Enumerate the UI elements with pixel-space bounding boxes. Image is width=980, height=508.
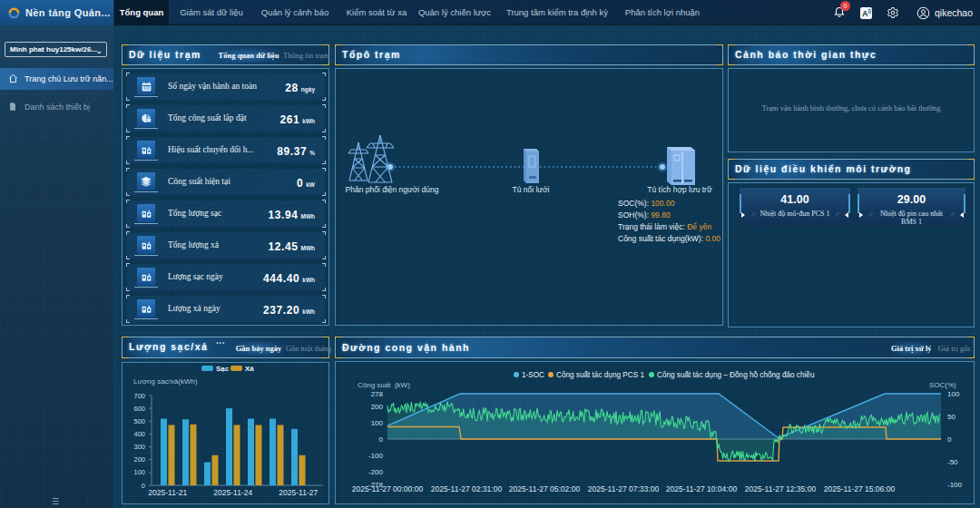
svg-text:200: 200 xyxy=(133,455,145,464)
svg-text:Công suất tác dụng PCS 1: Công suất tác dụng PCS 1 xyxy=(556,371,644,379)
svg-text:2025-11-24: 2025-11-24 xyxy=(213,488,252,497)
svg-text:2025-11-27 02:31:00: 2025-11-27 02:31:00 xyxy=(431,484,503,493)
svg-text:100: 100 xyxy=(947,390,960,398)
svg-text:400: 400 xyxy=(133,430,145,438)
svg-text:1-SOC: 1-SOC xyxy=(522,371,544,379)
svg-text:278: 278 xyxy=(371,390,384,398)
svg-text:50: 50 xyxy=(947,413,956,421)
svg-text:-50: -50 xyxy=(947,458,958,466)
svg-text:300: 300 xyxy=(133,443,145,451)
svg-text:-100: -100 xyxy=(368,452,384,460)
svg-text:500: 500 xyxy=(133,417,145,425)
svg-text:SOC(%): SOC(%) xyxy=(929,381,956,389)
svg-text:0: 0 xyxy=(947,435,952,444)
svg-text:2025-11-27 00:00:00: 2025-11-27 00:00:00 xyxy=(352,484,424,493)
svg-text:2025-11-27 07:33:00: 2025-11-27 07:33:00 xyxy=(588,484,660,493)
svg-text:0: 0 xyxy=(379,435,384,444)
svg-text:Lượng sạc/xả(kWh): Lượng sạc/xả(kWh) xyxy=(133,377,198,386)
svg-text:600: 600 xyxy=(133,405,145,413)
svg-text:2025-11-27 15:06:00: 2025-11-27 15:06:00 xyxy=(824,484,896,493)
svg-text:100: 100 xyxy=(133,468,145,476)
svg-text:Công suất tác dụng – Đồng hồ c: Công suất tác dụng – Đồng hồ chống đảo c… xyxy=(657,371,815,379)
svg-text:200: 200 xyxy=(371,403,384,411)
svg-text:-200: -200 xyxy=(368,468,384,476)
svg-text:700: 700 xyxy=(133,392,145,400)
svg-text:2025-11-27: 2025-11-27 xyxy=(279,488,318,497)
svg-text:Công suất (kW): Công suất (kW) xyxy=(358,381,410,389)
svg-text:2025-11-27 05:02:00: 2025-11-27 05:02:00 xyxy=(509,484,581,493)
svg-text:Xả: Xả xyxy=(245,365,254,373)
svg-text:100: 100 xyxy=(371,419,384,427)
svg-text:-100: -100 xyxy=(947,481,963,489)
svg-text:2025-11-27 10:04:00: 2025-11-27 10:04:00 xyxy=(666,484,738,493)
svg-text:A: A xyxy=(862,8,867,17)
svg-text:2025-11-27 12:35:00: 2025-11-27 12:35:00 xyxy=(745,484,817,493)
svg-text:2025-11-21: 2025-11-21 xyxy=(148,488,187,497)
svg-text:Sạc: Sạc xyxy=(216,365,230,373)
svg-text:0: 0 xyxy=(142,482,145,490)
